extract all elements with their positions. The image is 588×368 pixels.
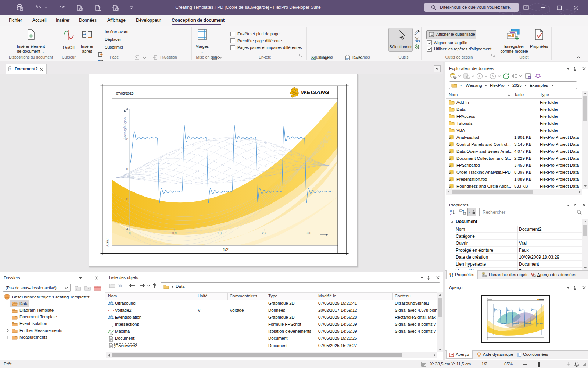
svg-text:0: 0 bbox=[129, 231, 131, 235]
svg-text:-2: -2 bbox=[125, 197, 128, 201]
svg-text:-4: -4 bbox=[125, 227, 128, 231]
svg-text:c: c bbox=[469, 210, 471, 214]
svg-text:Z: Z bbox=[450, 212, 452, 215]
svg-text:07/05/2025: 07/05/2025 bbox=[116, 91, 134, 95]
svg-text:Adrian: Adrian bbox=[105, 237, 109, 247]
svg-text:WEISANG: WEISANG bbox=[301, 89, 330, 95]
svg-text:RectangleSignal: RectangleSignal bbox=[123, 117, 127, 140]
svg-text:1/2: 1/2 bbox=[223, 247, 228, 252]
svg-text:0,9: 0,9 bbox=[172, 231, 177, 235]
svg-text:0: 0 bbox=[126, 167, 128, 171]
svg-text:3,6: 3,6 bbox=[307, 231, 311, 235]
svg-text:1,8: 1,8 bbox=[217, 231, 222, 235]
svg-text:A: A bbox=[450, 209, 452, 212]
svg-text:2,7: 2,7 bbox=[262, 231, 266, 235]
svg-text:4: 4 bbox=[126, 107, 128, 111]
